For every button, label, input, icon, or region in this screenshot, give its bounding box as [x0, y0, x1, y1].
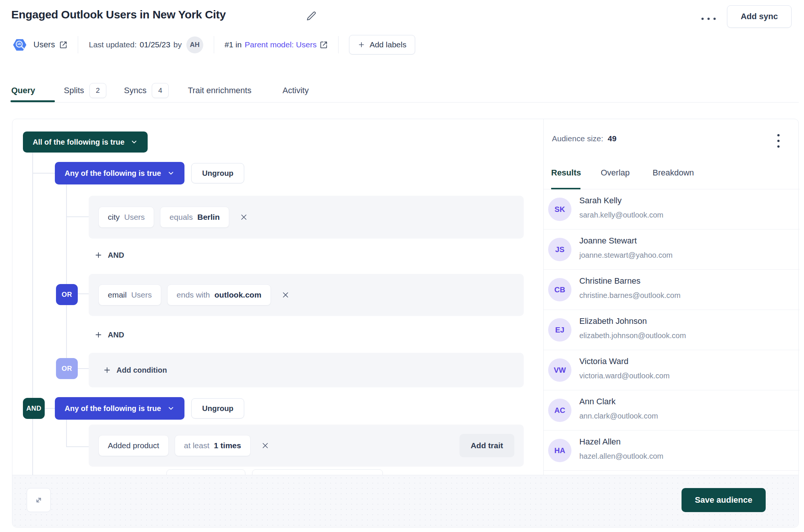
person-email: christine.barnes@outlook.com [579, 291, 680, 300]
page-title: Engaged Outlook Users in New York City [11, 8, 226, 21]
list-item[interactable]: CB Christine Barnes christine.barnes@out… [544, 270, 799, 310]
list-item[interactable]: AC Ann Clark ann.clark@outlook.com [544, 390, 799, 431]
audience-size: Audience size: 49 [552, 134, 617, 143]
list-item[interactable]: VW Victoria Ward victoria.ward@outlook.c… [544, 350, 799, 390]
last-updated-date: 01/25/23 [140, 40, 171, 49]
person-name: Christine Barnes [579, 276, 641, 286]
close-icon [261, 441, 270, 450]
condition1-field-pill[interactable]: city Users [98, 207, 154, 228]
more-actions-button[interactable] [698, 11, 719, 26]
tab-syncs[interactable]: Syncs 4 [124, 83, 169, 98]
list-item[interactable]: HA Hazel Allen hazel.allen@outlook.com [544, 431, 799, 471]
add-condition-label: Add condition [116, 366, 167, 375]
list-item[interactable]: JS Joanne Stewart joanne.stewart@yahoo.c… [544, 230, 799, 270]
plus-icon [358, 41, 365, 48]
chevron-down-icon [167, 405, 175, 412]
external-link-icon[interactable] [59, 41, 67, 49]
tree-line [66, 446, 89, 447]
close-icon [281, 290, 290, 299]
edit-title-button[interactable] [305, 10, 318, 23]
tree-line [32, 153, 33, 476]
condition1-model: Users [124, 213, 145, 222]
tab-breakdown[interactable]: Breakdown [653, 168, 694, 178]
group2-operator-button[interactable]: Any of the following is true [55, 397, 184, 420]
remove-condition-button[interactable] [280, 289, 291, 301]
tab-query[interactable]: Query [11, 83, 35, 98]
or-connector-badge[interactable]: OR [56, 284, 78, 305]
add-sync-button[interactable]: Add sync [727, 5, 792, 28]
bigquery-source-icon [11, 36, 28, 53]
person-name: Joanne Stewart [579, 236, 637, 246]
plus-icon [94, 251, 103, 259]
add-and-condition-button[interactable]: AND [94, 248, 124, 262]
ellipsis-icon [701, 18, 716, 20]
audience-builder-app: Engaged Outlook Users in New York City A… [0, 0, 804, 532]
external-link-icon[interactable] [320, 41, 328, 49]
list-item[interactable]: EJ Elizabeth Johnson elizabeth.johnson@o… [544, 310, 799, 350]
chevron-down-icon [130, 138, 138, 146]
person-email: joanne.stewart@yahoo.com [579, 251, 673, 260]
save-audience-button[interactable]: Save audience [682, 488, 766, 512]
condition1-operator-pill[interactable]: equals Berlin [160, 207, 229, 228]
condition2-model: Users [131, 290, 152, 299]
ungroup-button[interactable]: Ungroup [191, 163, 244, 183]
chevron-down-icon [167, 169, 175, 177]
tabs-divider [11, 102, 799, 103]
condition2-operator-pill[interactable]: ends with outlook.com [167, 284, 271, 305]
group1-operator-button[interactable]: Any of the following is true [55, 162, 184, 184]
group1-operator-label: Any of the following is true [65, 169, 161, 178]
tab-splits[interactable]: Splits 2 [64, 83, 106, 98]
remove-condition-button[interactable] [260, 440, 271, 451]
source-model-name[interactable]: Users [33, 40, 55, 50]
person-email: elizabeth.johnson@outlook.com [579, 331, 686, 340]
active-tab-underline [11, 100, 55, 102]
group2-operator-label: Any of the following is true [65, 404, 161, 413]
condition-row: city Users equals Berlin [89, 196, 524, 239]
add-and-condition-button[interactable]: AND [94, 328, 124, 342]
and-connector-badge[interactable]: AND [23, 398, 45, 419]
parent-model-link[interactable]: Parent model: Users [245, 40, 316, 49]
audience-size-value: 49 [608, 134, 617, 143]
tab-activity-label: Activity [283, 86, 309, 95]
condition2-field-pill[interactable]: email Users [98, 284, 161, 305]
condition1-value: Berlin [197, 213, 220, 222]
ungroup-button[interactable]: Ungroup [191, 398, 244, 419]
add-condition-button[interactable]: Add condition [103, 366, 167, 375]
or-connector-badge-pending: OR [56, 358, 78, 379]
condition2-field: email [108, 290, 127, 299]
avatar: JS [548, 238, 571, 261]
results-menu-button[interactable] [773, 130, 784, 151]
tab-activity[interactable]: Activity [283, 83, 309, 98]
condition3-value: 1 times [214, 441, 241, 450]
person-name: Hazel Allen [579, 437, 621, 447]
tab-overlap[interactable]: Overlap [601, 168, 630, 178]
condition3-frequency-pill[interactable]: at least 1 times [175, 435, 251, 456]
tree-line [32, 173, 55, 174]
list-item[interactable]: SK Sarah Kelly sarah.kelly@outlook.com [544, 189, 799, 230]
condition1-field: city [108, 213, 120, 222]
tab-trait-enrichments[interactable]: Trait enrichments [188, 83, 251, 98]
condition3-event: Added product [108, 441, 159, 450]
tab-query-label: Query [11, 86, 35, 95]
editor-avatar: AH [186, 36, 203, 53]
results-tabs: Results Overlap Breakdown [544, 164, 799, 189]
person-email: hazel.allen@outlook.com [579, 452, 663, 461]
tree-line [66, 420, 67, 447]
add-trait-button[interactable]: Add trait [459, 434, 514, 457]
root-group-operator-button[interactable]: All of the following is true [23, 131, 148, 153]
person-email: victoria.ward@outlook.com [579, 372, 669, 380]
expand-canvas-button[interactable] [27, 488, 51, 512]
remove-condition-button[interactable] [238, 212, 249, 223]
avatar: CB [548, 278, 571, 301]
divider [78, 36, 78, 53]
query-footer: Save audience [12, 475, 798, 527]
condition-row: email Users ends with outlook.com [89, 274, 524, 316]
add-labels-button[interactable]: Add labels [349, 35, 415, 54]
pencil-icon [306, 11, 317, 22]
person-name: Elizabeth Johnson [579, 316, 647, 326]
rank-label: #1 in [225, 40, 242, 49]
plus-icon [94, 331, 103, 339]
syncs-count-badge: 4 [152, 83, 169, 98]
condition3-event-pill[interactable]: Added product [98, 435, 169, 456]
tab-results[interactable]: Results [551, 168, 581, 178]
